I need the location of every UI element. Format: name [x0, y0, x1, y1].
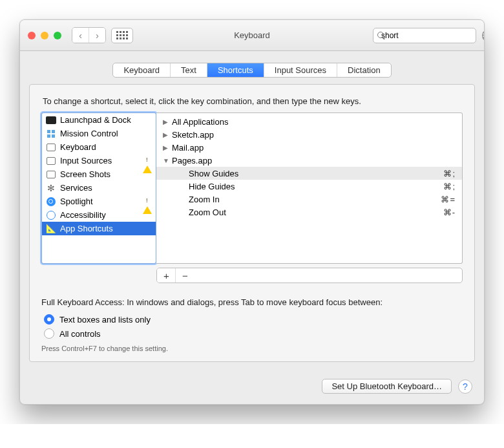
tree-row[interactable]: Zoom In⌘= — [156, 193, 462, 206]
spotlight-icon — [46, 197, 56, 207]
window-toolbar: ‹ › Keyboard ✕ — [20, 20, 484, 51]
tree-label: Hide Guides — [189, 182, 235, 191]
hint-text: Press Control+F7 to change this setting. — [41, 345, 463, 352]
window-controls — [28, 32, 61, 39]
tab-input-sources[interactable]: Input Sources — [264, 63, 337, 77]
disclosure-triangle-icon[interactable]: ▶ — [163, 144, 169, 151]
category-label: App Shortcuts — [60, 224, 113, 233]
shortcut-key[interactable]: ⌘- — [443, 208, 456, 217]
disclosure-triangle-icon[interactable]: ▶ — [163, 131, 169, 138]
category-services[interactable]: ✻Services — [42, 181, 156, 195]
close-window-button[interactable] — [28, 32, 36, 39]
launchpad-icon — [46, 115, 56, 125]
forward-button[interactable]: › — [89, 28, 105, 43]
tree-row[interactable]: ▶Sketch.app — [156, 128, 462, 141]
mission-icon — [46, 129, 56, 139]
tab-keyboard[interactable]: Keyboard — [113, 63, 171, 77]
remove-shortcut-button[interactable]: − — [175, 268, 193, 283]
radio-label: Text boxes and lists only — [59, 315, 151, 325]
window-footer: Set Up Bluetooth Keyboard… ? — [20, 372, 484, 404]
tree-row[interactable]: Show Guides⌘; — [156, 167, 462, 180]
tree-row[interactable]: Hide Guides⌘; — [156, 180, 462, 193]
category-screen-shots[interactable]: Screen Shots — [42, 167, 156, 181]
tree-label: Show Guides — [189, 169, 238, 178]
tree-label: Zoom Out — [189, 208, 226, 217]
category-launchpad-dock[interactable]: Launchpad & Dock — [42, 113, 156, 127]
shortcut-key[interactable]: ⌘= — [441, 195, 456, 204]
services-icon: ✻ — [46, 183, 56, 193]
nav-back-forward: ‹ › — [72, 27, 106, 43]
screenshot-icon — [46, 169, 56, 180]
accessibility-icon — [46, 210, 56, 220]
tab-text[interactable]: Text — [171, 63, 207, 77]
tree-row[interactable]: ▶All Applications — [156, 115, 462, 128]
search-input[interactable] — [381, 31, 478, 40]
tree-row[interactable]: ▼Pages.app — [156, 154, 462, 167]
tab-bar: KeyboardTextShortcutsInput SourcesDictat… — [20, 51, 484, 78]
category-list[interactable]: Launchpad & DockMission ControlKeyboardI… — [41, 112, 156, 264]
category-label: Keyboard — [60, 142, 96, 152]
search-field[interactable]: ✕ — [373, 28, 476, 43]
add-shortcut-button[interactable]: + — [157, 268, 175, 283]
minimize-window-button[interactable] — [41, 32, 48, 39]
lists-container: Launchpad & DockMission ControlKeyboardI… — [41, 112, 463, 264]
radio-all-controls[interactable] — [44, 328, 54, 339]
shortcut-key[interactable]: ⌘; — [443, 182, 456, 191]
tree-row[interactable]: Zoom Out⌘- — [156, 206, 462, 219]
tree-label: Sketch.app — [172, 130, 214, 140]
grid-icon — [116, 31, 128, 39]
full-keyboard-access-radios: Text boxes and lists only All controls — [44, 312, 463, 341]
tree-label: Pages.app — [172, 156, 212, 165]
radio-text-boxes-only[interactable] — [44, 314, 54, 325]
disclosure-triangle-icon[interactable]: ▼ — [163, 157, 169, 164]
disclosure-triangle-icon[interactable]: ▶ — [163, 118, 169, 125]
category-label: Accessibility — [60, 210, 106, 220]
input-icon — [46, 156, 56, 166]
category-label: Spotlight — [60, 197, 93, 206]
tab-shortcuts[interactable]: Shortcuts — [207, 63, 264, 77]
tree-row[interactable]: ▶Mail.app — [156, 141, 462, 154]
category-label: Services — [60, 183, 92, 193]
shortcut-tree[interactable]: ▶All Applications▶Sketch.app▶Mail.app▼Pa… — [156, 112, 463, 264]
clear-search-button[interactable]: ✕ — [482, 31, 485, 40]
radio-label: All controls — [59, 329, 101, 339]
app-icon: 📐 — [46, 224, 56, 234]
category-input-sources[interactable]: Input Sources — [42, 154, 156, 167]
category-accessibility[interactable]: Accessibility — [42, 208, 156, 222]
shortcut-key[interactable]: ⌘; — [443, 169, 456, 178]
tree-label: Zoom In — [189, 195, 220, 204]
full-keyboard-access-label: Full Keyboard Access: In windows and dia… — [41, 297, 463, 307]
category-label: Launchpad & Dock — [60, 115, 131, 125]
show-all-button[interactable] — [111, 28, 133, 43]
category-label: Mission Control — [60, 129, 118, 138]
bluetooth-keyboard-button[interactable]: Set Up Bluetooth Keyboard… — [322, 379, 452, 394]
category-spotlight[interactable]: Spotlight — [42, 195, 156, 208]
keyboard-icon — [46, 142, 56, 153]
category-app-shortcuts[interactable]: 📐App Shortcuts — [42, 222, 156, 235]
warning-icon — [143, 156, 152, 165]
tree-label: Mail.app — [172, 143, 204, 153]
back-button[interactable]: ‹ — [72, 28, 89, 43]
preferences-window: ‹ › Keyboard ✕ KeyboardTextShortcutsInpu… — [19, 19, 485, 405]
category-label: Screen Shots — [60, 169, 110, 179]
shortcuts-panel: To change a shortcut, select it, click t… — [29, 84, 475, 362]
instruction-text: To change a shortcut, select it, click t… — [43, 96, 463, 106]
help-button[interactable]: ? — [458, 379, 472, 394]
tab-dictation[interactable]: Dictation — [337, 63, 391, 77]
add-remove-bar: + − — [156, 268, 463, 283]
category-keyboard[interactable]: Keyboard — [42, 140, 156, 154]
tree-label: All Applications — [172, 117, 228, 127]
category-label: Input Sources — [60, 156, 112, 165]
zoom-window-button[interactable] — [54, 32, 61, 39]
warning-icon — [143, 197, 152, 206]
category-mission-control[interactable]: Mission Control — [42, 127, 156, 140]
